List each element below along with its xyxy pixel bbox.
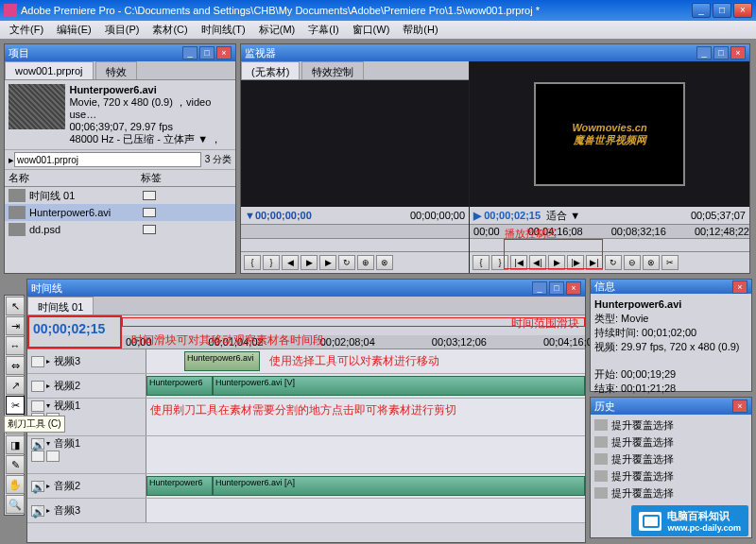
step-fwd[interactable]: |▶ <box>567 255 584 270</box>
rolling-tool[interactable]: ⇔ <box>6 356 25 375</box>
clip-a2a[interactable]: Hunterpower6 <box>146 476 213 496</box>
tab-no-clip[interactable]: (无素材) <box>241 61 300 79</box>
clip-v2a[interactable]: Hunterpower6 <box>146 376 213 396</box>
extract[interactable]: ⊗ <box>643 255 660 270</box>
track-a2[interactable]: 🔊▸音频2 Hunterpower6 Hunterpower6.avi [A] <box>27 474 585 499</box>
history-item[interactable]: 提升覆盖选择 <box>593 450 749 468</box>
panel-close[interactable]: × <box>730 46 746 60</box>
label-swatch[interactable] <box>143 225 156 234</box>
pen-tool[interactable]: ✎ <box>6 455 25 474</box>
menu-edit[interactable]: 编辑(E) <box>51 21 97 39</box>
track-select-tool[interactable]: ⇥ <box>6 316 25 335</box>
set-in[interactable]: { <box>472 255 490 270</box>
goto-prev[interactable]: |◀ <box>510 255 527 270</box>
col-name[interactable]: 名称 <box>5 171 137 185</box>
clip-v3[interactable]: Hunterpower6.avi <box>184 351 260 371</box>
track-a1[interactable]: 🔊▾音频1 <box>27 436 585 474</box>
expand-icon[interactable]: ▸ <box>46 357 50 366</box>
expand-icon[interactable]: ▾ <box>46 401 50 410</box>
expand-icon[interactable]: ▾ <box>46 439 50 448</box>
expand-icon[interactable]: ▸ <box>46 382 50 390</box>
panel-min[interactable]: _ <box>182 46 198 60</box>
project-header[interactable]: 项目 _ □ × <box>5 44 235 61</box>
source-scrub[interactable] <box>241 239 469 252</box>
history-header[interactable]: 历史× <box>591 398 751 415</box>
monitor-header[interactable]: 监视器 _ □ × <box>241 44 749 61</box>
insert[interactable]: ⊕ <box>357 255 374 270</box>
menu-clip[interactable]: 素材(C) <box>146 21 193 39</box>
speaker-icon[interactable]: 🔊 <box>31 481 44 492</box>
tab-project[interactable]: wow001.prproj <box>5 61 94 79</box>
menu-help[interactable]: 帮助(H) <box>397 21 443 39</box>
track-v3[interactable]: ▸视频3 Hunterpower6.avi 使用选择工具可以对素材进行移动 <box>27 349 585 374</box>
timeline-ruler[interactable]: 时间范围滑块 00;00 00;01;04;02 00;02;08;04 00;… <box>122 315 585 348</box>
panel-close[interactable]: × <box>566 281 581 295</box>
label-swatch[interactable] <box>143 191 156 200</box>
label-swatch[interactable] <box>143 208 156 217</box>
timeline-tc[interactable]: 00;00;02;15 <box>33 321 116 336</box>
eye-icon[interactable] <box>31 356 44 367</box>
expand-icon[interactable]: ▸ <box>46 506 50 515</box>
toggle-icon[interactable] <box>31 450 44 462</box>
bin-path[interactable] <box>14 152 201 167</box>
program-ruler[interactable]: 00;00 00;04;16;08 00;08;32;16 00;12;48;2… <box>470 224 749 239</box>
col-label[interactable]: 标签 <box>137 171 162 185</box>
panel-max[interactable]: □ <box>549 281 564 295</box>
zoom-tool[interactable]: 🔍 <box>6 495 25 514</box>
tab-effect-controls[interactable]: 特效控制 <box>301 61 364 79</box>
panel-close[interactable]: × <box>216 46 232 60</box>
bin-row-2[interactable]: dd.psd <box>5 221 235 238</box>
history-item[interactable]: 提升覆盖选择 <box>593 416 749 434</box>
panel-max[interactable]: □ <box>713 46 729 60</box>
step-fwd[interactable]: ▶ <box>319 255 336 270</box>
menu-file[interactable]: 文件(F) <box>4 21 49 39</box>
play[interactable]: ▶ <box>548 255 565 270</box>
minimize-button[interactable]: _ <box>692 3 711 18</box>
keyframe-icon[interactable] <box>46 450 60 462</box>
set-out[interactable]: } <box>263 255 280 270</box>
set-in[interactable]: { <box>244 255 261 270</box>
menu-project[interactable]: 项目(P) <box>99 21 146 39</box>
menu-marker[interactable]: 标记(M) <box>253 21 301 39</box>
step-back[interactable]: ◀| <box>529 255 546 270</box>
panel-min[interactable]: _ <box>532 281 547 295</box>
razor-tool[interactable]: ✂ <box>6 396 25 415</box>
info-header[interactable]: 信息× <box>591 280 751 294</box>
trim[interactable]: ✂ <box>662 255 679 270</box>
panel-min[interactable]: _ <box>696 46 712 60</box>
bin-row-0[interactable]: 时间线 01 <box>5 187 235 204</box>
source-ruler[interactable] <box>241 224 469 239</box>
menu-timeline[interactable]: 时间线(T) <box>196 21 251 39</box>
ripple-tool[interactable]: ↔ <box>6 336 25 355</box>
loop[interactable]: ↻ <box>605 255 622 270</box>
speaker-icon[interactable]: 🔊 <box>31 505 44 517</box>
goto-next[interactable]: ▶| <box>586 255 603 270</box>
track-a3[interactable]: 🔊▸音频3 <box>27 499 585 523</box>
menu-title[interactable]: 字幕(I) <box>302 21 344 39</box>
history-item[interactable]: 提升覆盖选择 <box>593 468 749 484</box>
history-item[interactable]: 提升覆盖选择 <box>593 434 749 450</box>
expand-icon[interactable]: ▸ <box>46 482 50 490</box>
close-button[interactable]: × <box>733 3 752 18</box>
rate-tool[interactable]: ↗ <box>6 376 25 395</box>
step-back[interactable]: ◀ <box>282 255 299 270</box>
program-view[interactable]: Wowmovies.cn 魔兽世界视频网 <box>470 61 749 207</box>
lift[interactable]: ⊖ <box>624 255 641 270</box>
overlay[interactable]: ⊗ <box>376 255 393 270</box>
hand-tool[interactable]: ✋ <box>6 475 25 494</box>
maximize-button[interactable]: □ <box>713 3 731 18</box>
speaker-icon[interactable]: 🔊 <box>31 438 44 450</box>
set-out[interactable]: } <box>491 255 508 270</box>
menu-window[interactable]: 窗口(W) <box>347 21 396 39</box>
bin-row-1[interactable]: Hunterpower6.avi <box>5 204 235 221</box>
zoom-fit[interactable]: 适合 ▼ <box>546 209 580 223</box>
source-view[interactable] <box>241 80 469 207</box>
history-item[interactable]: 提升覆盖选择 <box>593 484 749 502</box>
source-tc[interactable]: ▼00;00;00;00 <box>245 210 312 221</box>
selection-tool[interactable]: ↖ <box>6 297 25 315</box>
program-tc[interactable]: ▶ 00;00;02;15 <box>473 210 541 222</box>
tab-effects[interactable]: 特效 <box>95 61 137 79</box>
play[interactable]: ▶ <box>301 255 318 270</box>
panel-close[interactable]: × <box>732 280 747 294</box>
clip-a2b[interactable]: Hunterpower6.avi [A] <box>213 476 585 496</box>
